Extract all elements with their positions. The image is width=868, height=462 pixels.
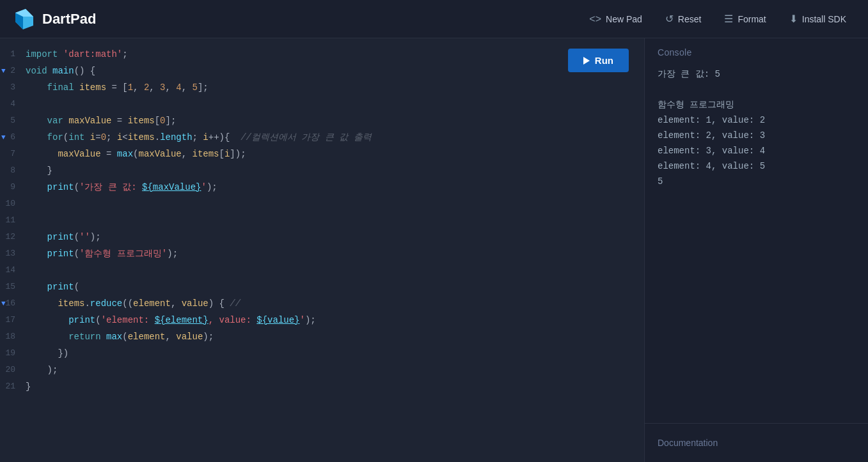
run-btn-area: Run: [568, 49, 629, 72]
line-number: 8: [0, 162, 26, 179]
table-row: 11: [0, 212, 644, 229]
line-number: 5: [0, 112, 26, 129]
table-row: 20 );: [0, 362, 644, 378]
list-item: 함수형 프로그래밍: [658, 97, 855, 112]
console-section: Console 가장 큰 값: 5 함수형 프로그래밍 element: 1, …: [645, 38, 868, 424]
line-number: 21: [0, 378, 26, 395]
table-row: 21 }: [0, 378, 644, 395]
editor-area: Run 1 import 'dart:math'; ▼2 void main()…: [0, 38, 644, 462]
console-header: Console: [645, 38, 868, 64]
line-number: 3: [0, 79, 26, 96]
run-button[interactable]: Run: [568, 49, 629, 72]
table-row: ▼16 items.reduce((element, value) { //: [0, 295, 644, 312]
line-number: 19: [0, 345, 26, 362]
line-number: 9: [0, 179, 26, 196]
line-number: 11: [0, 212, 26, 229]
line-number: 14: [0, 262, 26, 279]
line-content: print('가장 큰 값: ${maxValue}');: [26, 179, 636, 196]
table-row: 3 final items = [1, 2, 3, 4, 5];: [0, 79, 644, 96]
line-number: 20: [0, 362, 26, 378]
line-number: ▼16: [0, 295, 26, 312]
line-number: 13: [0, 245, 26, 262]
documentation-section: Documentation: [645, 424, 868, 462]
line-content: print('함수형 프로그래밍');: [26, 245, 636, 262]
line-content: }: [26, 378, 636, 395]
line-content: }): [26, 345, 636, 362]
line-content: print(: [26, 279, 636, 295]
table-row: 14: [0, 262, 644, 279]
line-number: 17: [0, 312, 26, 328]
list-item: 5: [658, 174, 855, 189]
list-item: 가장 큰 값: 5: [658, 66, 855, 82]
line-number: 15: [0, 279, 26, 295]
line-content: final items = [1, 2, 3, 4, 5];: [26, 79, 636, 96]
reset-button[interactable]: ↺ Reset: [656, 8, 711, 30]
reset-icon: ↺: [665, 13, 674, 25]
list-item: [658, 82, 855, 97]
code-editor[interactable]: 1 import 'dart:math'; ▼2 void main() { 3…: [0, 38, 644, 462]
dartpad-logo-icon: [13, 8, 36, 31]
line-content: import 'dart:math';: [26, 46, 636, 63]
table-row: 1 import 'dart:math';: [0, 46, 644, 63]
table-row: 17 print('element: ${element}, value: ${…: [0, 312, 644, 328]
line-number: 7: [0, 146, 26, 162]
line-content: items.reduce((element, value) { //: [26, 295, 636, 312]
line-content: var maxValue = items[0];: [26, 112, 636, 129]
new-pad-icon: <>: [589, 13, 601, 25]
list-item: element: 2, value: 3: [658, 128, 855, 143]
console-output: 가장 큰 값: 5 함수형 프로그래밍 element: 1, value: 2…: [645, 64, 868, 423]
reset-label: Reset: [678, 14, 702, 24]
table-row: 19 }): [0, 345, 644, 362]
nav-actions: <> New Pad ↺ Reset ☰ Format ⬇ Install SD…: [580, 8, 855, 30]
table-row: 4: [0, 96, 644, 112]
table-row: 7 maxValue = max(maxValue, items[i]);: [0, 146, 644, 162]
format-label: Format: [738, 14, 766, 24]
line-content: void main() {: [26, 63, 636, 79]
install-sdk-button[interactable]: ⬇ Install SDK: [780, 8, 855, 30]
table-row: 8 }: [0, 162, 644, 179]
documentation-header: Documentation: [658, 438, 718, 448]
list-item: element: 3, value: 4: [658, 143, 855, 158]
list-item: element: 4, value: 5: [658, 158, 855, 174]
table-row: 5 var maxValue = items[0];: [0, 112, 644, 129]
table-row: ▼2 void main() {: [0, 63, 644, 79]
format-button[interactable]: ☰ Format: [715, 8, 775, 30]
line-number: ▼6: [0, 129, 26, 146]
line-number: 1: [0, 46, 26, 63]
install-sdk-icon: ⬇: [789, 13, 798, 25]
line-content: print('element: ${element}, value: ${val…: [26, 312, 636, 328]
table-row: 15 print(: [0, 279, 644, 295]
line-number: 10: [0, 196, 26, 212]
line-content: return max(element, value);: [26, 328, 636, 345]
format-icon: ☰: [724, 13, 733, 25]
line-content: );: [26, 362, 636, 378]
header: DartPad <> New Pad ↺ Reset ☰ Format ⬇ In…: [0, 0, 868, 38]
line-content: print('');: [26, 229, 636, 245]
line-content: maxValue = max(maxValue, items[i]);: [26, 146, 636, 162]
table-row: 9 print('가장 큰 값: ${maxValue}');: [0, 179, 644, 196]
line-number: 18: [0, 328, 26, 345]
install-sdk-label: Install SDK: [802, 14, 846, 24]
table-row: 12 print('');: [0, 229, 644, 245]
run-label: Run: [595, 55, 613, 66]
line-content: }: [26, 162, 636, 179]
line-number: 4: [0, 96, 26, 112]
new-pad-label: New Pad: [606, 14, 642, 24]
logo-area: DartPad: [13, 8, 96, 31]
logo-text: DartPad: [42, 11, 96, 27]
list-item: element: 1, value: 2: [658, 112, 855, 128]
table-row: 18 return max(element, value);: [0, 328, 644, 345]
new-pad-button[interactable]: <> New Pad: [580, 8, 651, 30]
line-number: 12: [0, 229, 26, 245]
right-panel: Console 가장 큰 값: 5 함수형 프로그래밍 element: 1, …: [644, 38, 868, 462]
play-icon: [583, 57, 590, 65]
main-content: Run 1 import 'dart:math'; ▼2 void main()…: [0, 38, 868, 462]
table-row: 13 print('함수형 프로그래밍');: [0, 245, 644, 262]
table-row: ▼6 for(int i=0; i<items.length; i++){ //…: [0, 129, 644, 146]
line-number: ▼2: [0, 63, 26, 79]
table-row: 10: [0, 196, 644, 212]
line-content: for(int i=0; i<items.length; i++){ //컬렉션…: [26, 129, 636, 146]
